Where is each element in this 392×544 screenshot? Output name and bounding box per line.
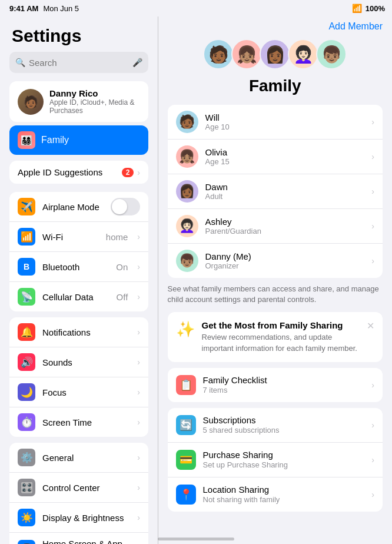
focus-label: Focus xyxy=(42,387,130,397)
chevron-right-icon: › xyxy=(137,168,140,177)
avatar-will-member: 🧑🏾 xyxy=(176,111,198,133)
family-note: See what family members can access and s… xyxy=(168,284,383,305)
screen-time-icon: ⏱️ xyxy=(18,413,35,431)
subscriptions-purchases-card: 🔄 Subscriptions 5 shared subscriptions ›… xyxy=(168,408,383,512)
sidebar-item-focus[interactable]: 🌙 Focus › xyxy=(9,377,148,407)
subscriptions-title: Subscriptions xyxy=(203,415,365,425)
sidebar-item-bluetooth[interactable]: B Bluetooth On › xyxy=(9,252,148,282)
tip-close-button[interactable]: ✕ xyxy=(367,320,374,331)
notifications-label: Notifications xyxy=(42,327,130,337)
avatar-ashley: 👩🏻‍🦱 xyxy=(288,39,318,69)
feature-purchase-sharing-row[interactable]: 💳 Purchase Sharing Set up Purchase Shari… xyxy=(168,443,383,477)
general-settings-group: ⚙️ General › 🎛️ Control Center › ☀️ Disp… xyxy=(9,443,148,544)
family-icon: 👨‍👩‍👧‍👦 xyxy=(18,131,35,149)
member-row-danny[interactable]: 👦🏽 Danny (Me) Organizer › xyxy=(168,244,383,278)
tip-sparkle-icon: ✨ xyxy=(176,320,195,339)
member-role-olivia: Age 15 xyxy=(205,157,365,166)
chevron-right-icon: › xyxy=(137,417,140,427)
location-sharing-subtitle: Not sharing with family xyxy=(203,495,365,504)
sidebar-item-wifi[interactable]: 📶 Wi-Fi home › xyxy=(9,222,148,252)
family-avatars-row: 🧑🏾 👧🏽 👩🏾 👩🏻‍🦱 👦🏽 xyxy=(158,34,393,72)
sidebar-item-general[interactable]: ⚙️ General › xyxy=(9,443,148,473)
member-row-ashley[interactable]: 👩🏻‍🦱 Ashley Parent/Guardian › xyxy=(168,209,383,244)
search-icon: 🔍 xyxy=(15,58,25,67)
avatar-dawn-member: 👩🏾 xyxy=(176,180,198,203)
airplane-mode-toggle[interactable] xyxy=(111,198,140,215)
chevron-right-icon: › xyxy=(371,187,374,196)
home-screen-label: Home Screen & App Library xyxy=(42,539,130,544)
member-name-olivia: Olivia xyxy=(205,147,365,157)
avatar-danny-member: 👦🏽 xyxy=(176,250,198,272)
chevron-right-icon: › xyxy=(137,262,140,271)
cellular-value: Off xyxy=(117,292,128,302)
sidebar-item-sounds[interactable]: 🔊 Sounds › xyxy=(9,347,148,377)
member-row-dawn[interactable]: 👩🏾 Dawn Adult › xyxy=(168,174,383,209)
features-card: 📋 Family Checklist 7 items › xyxy=(168,368,383,402)
display-label: Display & Brightness xyxy=(42,513,130,523)
checklist-subtitle: 7 items xyxy=(203,386,365,394)
purchase-sharing-subtitle: Set up Purchase Sharing xyxy=(203,460,365,469)
purchase-sharing-title: Purchase Sharing xyxy=(203,450,365,460)
date-display: Mon Jun 5 xyxy=(43,4,79,13)
sidebar-item-display[interactable]: ☀️ Display & Brightness › xyxy=(9,503,148,533)
tip-title: Get the Most from Family Sharing xyxy=(202,320,360,330)
general-label: General xyxy=(42,453,130,463)
suggestions-label: Apple ID Suggestions xyxy=(18,167,102,177)
member-row-olivia[interactable]: 👧🏽 Olivia Age 15 › xyxy=(168,140,383,174)
sidebar-item-control-center[interactable]: 🎛️ Control Center › xyxy=(9,473,148,503)
subscriptions-icon: 🔄 xyxy=(176,415,196,435)
control-center-label: Control Center xyxy=(42,483,130,493)
avatar-ashley-member: 👩🏻‍🦱 xyxy=(176,215,198,237)
sidebar-item-notifications[interactable]: 🔔 Notifications › xyxy=(9,317,148,347)
sidebar-item-airplane-mode[interactable]: ✈️ Airplane Mode xyxy=(9,192,148,222)
general-icon: ⚙️ xyxy=(18,449,35,466)
chevron-right-icon: › xyxy=(137,513,140,522)
microphone-icon[interactable]: 🎤 xyxy=(132,58,142,67)
cellular-icon: 📡 xyxy=(18,288,35,306)
search-bar[interactable]: 🔍 🎤 xyxy=(9,52,148,73)
profile-row[interactable]: 🧑🏾 Danny Rico Apple ID, iCloud+, Media &… xyxy=(9,81,148,122)
location-sharing-title: Location Sharing xyxy=(203,485,365,495)
chevron-right-icon: › xyxy=(371,455,374,465)
screen-time-label: Screen Time xyxy=(42,417,130,427)
sidebar-item-screen-time[interactable]: ⏱️ Screen Time › xyxy=(9,407,148,437)
checklist-icon: 📋 xyxy=(176,375,196,395)
chevron-right-icon: › xyxy=(137,453,140,462)
sidebar: Settings 🔍 🎤 🧑🏾 Danny Rico Apple ID, iCl… xyxy=(0,16,158,544)
avatar: 🧑🏾 xyxy=(18,89,44,115)
chevron-right-icon: › xyxy=(137,232,140,241)
feature-subscriptions-row[interactable]: 🔄 Subscriptions 5 shared subscriptions › xyxy=(168,408,383,443)
chevron-right-icon: › xyxy=(137,483,140,492)
member-row-will[interactable]: 🧑🏾 Will Age 10 › xyxy=(168,105,383,140)
notifications-icon: 🔔 xyxy=(18,323,35,341)
tip-description: Review recommendations, and update impor… xyxy=(202,332,360,353)
cellular-label: Cellular Data xyxy=(42,292,109,302)
search-input[interactable] xyxy=(29,58,129,68)
avatar-will: 🧑🏾 xyxy=(203,39,234,69)
content-area: Add Member 🧑🏾 👧🏽 👩🏾 👩🏻‍🦱 👦🏽 Family 🧑🏾 Wi… xyxy=(158,16,393,544)
battery-display: 100% xyxy=(366,4,385,13)
chevron-right-icon: › xyxy=(371,117,374,127)
apple-id-suggestions-row[interactable]: Apple ID Suggestions 2 › xyxy=(9,161,148,184)
feature-location-sharing-row[interactable]: 📍 Location Sharing Not sharing with fami… xyxy=(168,477,383,512)
member-role-dawn: Adult xyxy=(205,192,365,201)
add-member-button[interactable]: Add Member xyxy=(328,21,383,32)
avatar-dawn: 👩🏾 xyxy=(260,39,290,69)
checklist-title: Family Checklist xyxy=(203,375,365,385)
sidebar-item-home-screen[interactable]: 📱 Home Screen & App Library › xyxy=(9,533,148,544)
wifi-label: Wi-Fi xyxy=(42,232,99,242)
profile-name: Danny Rico xyxy=(49,88,140,98)
time-display: 9:41 AM xyxy=(9,4,38,13)
chevron-right-icon: › xyxy=(371,221,374,231)
network-settings-group: ✈️ Airplane Mode 📶 Wi-Fi home › B Blueto… xyxy=(9,192,148,311)
wifi-settings-icon: 📶 xyxy=(18,228,35,246)
sidebar-title: Settings xyxy=(0,24,158,52)
sounds-label: Sounds xyxy=(42,357,130,367)
purchase-sharing-icon: 💳 xyxy=(176,450,196,470)
feature-checklist-row[interactable]: 📋 Family Checklist 7 items › xyxy=(168,368,383,402)
chevron-right-icon: › xyxy=(137,357,140,367)
family-members-card: 🧑🏾 Will Age 10 › 👧🏽 Olivia Age 15 › 👩🏾 xyxy=(168,105,383,278)
sidebar-item-family[interactable]: 👨‍👩‍👧‍👦 Family xyxy=(9,125,148,155)
chevron-right-icon: › xyxy=(137,387,140,397)
sidebar-item-cellular[interactable]: 📡 Cellular Data Off › xyxy=(9,282,148,311)
